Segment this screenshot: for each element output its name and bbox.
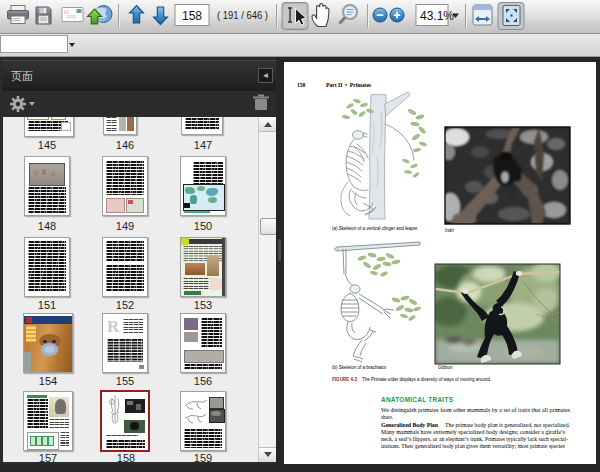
svg-text:Generalized Body Plan: Generalized Body Plan [381, 422, 438, 428]
svg-text:We distinguish primates from o: We distinguish primates from other mamma… [381, 407, 570, 413]
svg-text:izations. Their generalized bo: izations. Their generalized body plan gi… [381, 443, 565, 449]
svg-text:158: 158 [182, 9, 202, 23]
svg-text:158: 158 [297, 82, 306, 88]
svg-text:Part II • Primates: Part II • Primates [326, 82, 372, 88]
svg-text:Indri: Indri [445, 228, 454, 233]
svg-text:The Primate order displays a d: The Primate order displays a diversity o… [362, 377, 491, 382]
svg-text:Many mammals have extremely sp: Many mammals have extremely specialized … [381, 429, 565, 435]
svg-text:ANATOMICAL TRAITS: ANATOMICAL TRAITS [381, 396, 454, 403]
svg-text:Gibbon: Gibbon [438, 365, 453, 370]
svg-text:The primate body plan is gener: The primate body plan is generalized, no… [445, 422, 570, 428]
svg-text:(b) Skeleton of a brachiator: (b) Skeleton of a brachiator [332, 365, 387, 370]
svg-text:FIGURE 6.3: FIGURE 6.3 [332, 377, 357, 382]
svg-text:43.1%: 43.1% [420, 9, 454, 23]
svg-text:( 191 / 646 ): ( 191 / 646 ) [217, 9, 268, 21]
svg-text:share.: share. [381, 414, 393, 420]
svg-text:(a) Skeleton of a vertical cli: (a) Skeleton of a vertical clinger and l… [332, 226, 418, 231]
svg-text:neck, a seal’s flippers, or an: neck, a seal’s flippers, or an elephant’… [381, 436, 568, 442]
